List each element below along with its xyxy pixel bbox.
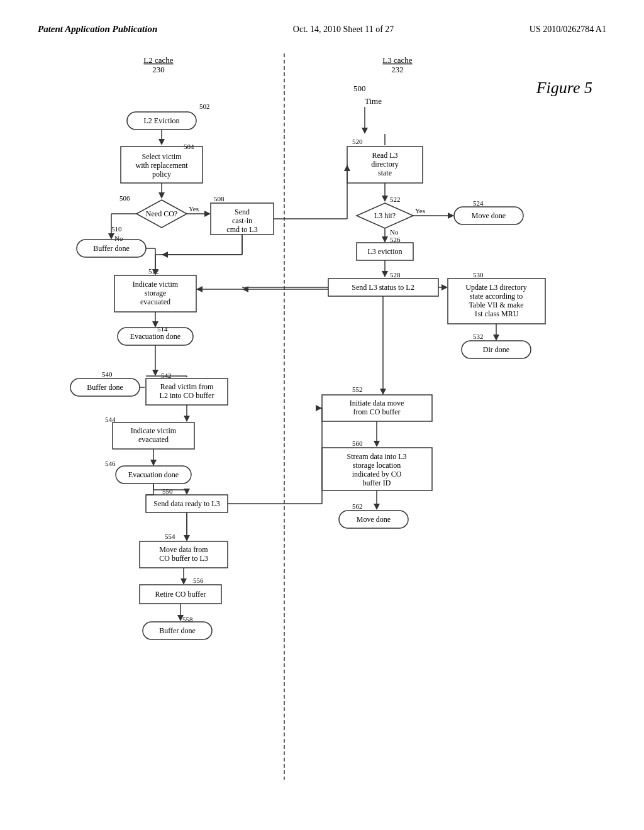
svg-text:556: 556 bbox=[193, 577, 204, 584]
svg-marker-104 bbox=[382, 196, 388, 202]
svg-text:Send data ready to L3: Send data ready to L3 bbox=[153, 499, 219, 508]
svg-text:522: 522 bbox=[390, 196, 401, 203]
svg-text:L2 cache: L2 cache bbox=[143, 55, 174, 65]
svg-marker-36 bbox=[108, 233, 114, 240]
svg-text:Yes: Yes bbox=[189, 205, 199, 213]
svg-text:508: 508 bbox=[214, 195, 225, 202]
svg-text:532: 532 bbox=[473, 333, 484, 340]
svg-marker-173 bbox=[344, 165, 350, 171]
svg-text:Indicate victim: Indicate victim bbox=[131, 426, 177, 435]
svg-text:550: 550 bbox=[162, 487, 173, 495]
svg-text:Retire CO buffer: Retire CO buffer bbox=[155, 590, 206, 599]
svg-text:L3 eviction: L3 eviction bbox=[368, 247, 402, 256]
svg-marker-26 bbox=[204, 211, 211, 217]
svg-text:Send L3 status to L2: Send L3 status to L2 bbox=[352, 283, 414, 292]
svg-text:Need CO?: Need CO? bbox=[146, 209, 177, 218]
svg-marker-89 bbox=[180, 578, 187, 585]
svg-text:554: 554 bbox=[165, 533, 175, 540]
svg-marker-113 bbox=[448, 213, 454, 219]
svg-marker-20 bbox=[158, 192, 165, 199]
svg-text:544: 544 bbox=[105, 416, 116, 423]
svg-text:Move data from: Move data from bbox=[159, 545, 208, 554]
svg-text:506: 506 bbox=[119, 194, 130, 202]
svg-text:L2 into CO buffer: L2 into CO buffer bbox=[160, 391, 214, 400]
svg-marker-170 bbox=[316, 405, 322, 411]
page-header: Patent Application Publication Oct. 14, … bbox=[13, 13, 631, 41]
svg-text:from CO buffer: from CO buffer bbox=[353, 407, 400, 416]
svg-text:L2 Eviction: L2 Eviction bbox=[144, 116, 180, 125]
svg-text:526: 526 bbox=[390, 236, 401, 243]
svg-text:Indicate victim: Indicate victim bbox=[133, 280, 179, 289]
svg-text:Move done: Move done bbox=[357, 515, 391, 524]
svg-text:Table VII & make: Table VII & make bbox=[469, 301, 523, 309]
svg-text:524: 524 bbox=[473, 199, 484, 207]
svg-text:with replacement: with replacement bbox=[136, 161, 189, 170]
svg-marker-8 bbox=[362, 128, 368, 134]
svg-text:528: 528 bbox=[390, 271, 401, 279]
svg-text:500: 500 bbox=[353, 84, 366, 93]
svg-text:560: 560 bbox=[352, 440, 363, 447]
svg-text:510: 510 bbox=[111, 225, 122, 233]
svg-marker-180 bbox=[196, 286, 203, 292]
svg-text:230: 230 bbox=[152, 65, 165, 74]
svg-text:storage: storage bbox=[145, 289, 167, 297]
svg-text:cast-in: cast-in bbox=[232, 216, 252, 225]
svg-text:Stream data into L3: Stream data into L3 bbox=[347, 452, 407, 461]
svg-marker-134 bbox=[493, 335, 499, 341]
svg-text:Initiate data move: Initiate data move bbox=[350, 399, 404, 407]
svg-text:Read victim from: Read victim from bbox=[160, 382, 214, 391]
svg-text:L3 hit?: L3 hit? bbox=[374, 211, 396, 220]
svg-text:552: 552 bbox=[352, 385, 363, 393]
svg-text:Buffer done: Buffer done bbox=[159, 626, 195, 635]
svg-marker-58 bbox=[152, 370, 158, 376]
svg-text:Dir done: Dir done bbox=[483, 345, 509, 354]
svg-text:520: 520 bbox=[352, 138, 363, 145]
svg-text:indicated by CO: indicated by CO bbox=[352, 470, 402, 479]
svg-text:Update L3 directory: Update L3 directory bbox=[465, 283, 526, 292]
svg-text:Move done: Move done bbox=[472, 211, 506, 220]
svg-text:evacuated: evacuated bbox=[140, 297, 170, 306]
svg-text:No: No bbox=[390, 228, 399, 236]
diagram-svg: L2 cache 230 L3 cache 232 500 Time 502 L… bbox=[14, 41, 630, 795]
svg-text:evacuated: evacuated bbox=[138, 435, 169, 444]
svg-marker-166 bbox=[184, 489, 190, 495]
svg-text:Send: Send bbox=[235, 208, 250, 216]
svg-text:502: 502 bbox=[199, 102, 210, 110]
svg-marker-139 bbox=[380, 389, 386, 395]
svg-text:Time: Time bbox=[365, 96, 382, 106]
svg-text:cmd to L3: cmd to L3 bbox=[226, 225, 257, 234]
publication-label: Patent Application Publication bbox=[38, 24, 157, 35]
svg-text:542: 542 bbox=[161, 372, 172, 379]
svg-marker-67 bbox=[184, 416, 190, 422]
svg-text:buffer ID: buffer ID bbox=[363, 479, 391, 487]
svg-text:Evacuation done: Evacuation done bbox=[130, 332, 180, 341]
svg-text:530: 530 bbox=[473, 271, 484, 279]
svg-text:546: 546 bbox=[105, 460, 116, 467]
svg-marker-121 bbox=[382, 271, 388, 277]
svg-text:L3 cache: L3 cache bbox=[382, 55, 413, 65]
svg-text:Select victim: Select victim bbox=[142, 152, 182, 161]
svg-text:Yes: Yes bbox=[415, 207, 425, 214]
diagram-area: Figure 5 L2 cache 230 L3 cache 232 500 T… bbox=[14, 41, 630, 795]
svg-marker-145 bbox=[374, 441, 380, 447]
svg-text:232: 232 bbox=[391, 65, 404, 74]
svg-text:directory: directory bbox=[371, 160, 398, 169]
svg-text:540: 540 bbox=[102, 370, 113, 378]
page: Patent Application Publication Oct. 14, … bbox=[0, 0, 644, 830]
svg-text:state according to: state according to bbox=[470, 292, 523, 301]
svg-text:Read L3: Read L3 bbox=[372, 151, 398, 160]
svg-marker-73 bbox=[150, 460, 157, 466]
svg-text:562: 562 bbox=[352, 502, 363, 510]
svg-text:state: state bbox=[378, 169, 392, 177]
svg-marker-132 bbox=[441, 284, 448, 290]
svg-marker-116 bbox=[382, 236, 388, 243]
svg-text:CO buffer to L3: CO buffer to L3 bbox=[159, 554, 208, 563]
svg-text:1st class MRU: 1st class MRU bbox=[474, 309, 519, 318]
svg-text:Evacuation done: Evacuation done bbox=[128, 470, 179, 479]
patent-number-label: US 2010/0262784 A1 bbox=[530, 25, 606, 35]
svg-text:Buffer done: Buffer done bbox=[93, 244, 129, 253]
date-sheet-label: Oct. 14, 2010 Sheet 11 of 27 bbox=[293, 25, 394, 35]
svg-marker-13 bbox=[158, 139, 165, 145]
svg-text:No: No bbox=[114, 235, 123, 242]
svg-marker-153 bbox=[374, 504, 380, 510]
